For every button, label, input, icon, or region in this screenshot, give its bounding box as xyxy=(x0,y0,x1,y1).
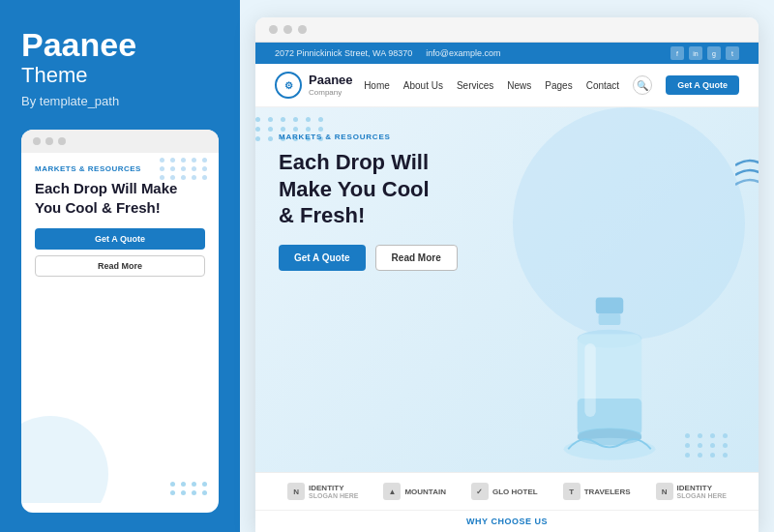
partner-icon-2: ▲ xyxy=(383,483,401,500)
hero-markets-label: MARKETS & RESOURCES xyxy=(279,133,484,141)
mobile-preview-card: MARKETS & RESOURCES Each Drop Will Make … xyxy=(21,130,219,513)
social-g-icon[interactable]: g xyxy=(707,46,721,60)
nav-links: Home About Us Services News Pages Contac… xyxy=(364,75,739,95)
logo-brand-name: Paanee xyxy=(309,74,353,87)
partner-icon-1: N xyxy=(287,483,305,500)
partner-logo-3: ✓ GLO HOTEL xyxy=(471,483,538,500)
site-logo: ⚙ Paanee Company xyxy=(275,72,353,99)
dot2 xyxy=(45,137,53,145)
partner-icon-5: N xyxy=(656,483,673,500)
mp-read-button[interactable]: Read More xyxy=(35,255,205,277)
topbar-left: 2072 Pinnickinick Street, WA 98370 info@… xyxy=(275,48,500,58)
partner-logo-1: N IDENTITYSLOGAN HERE xyxy=(287,483,358,500)
browser-dot2 xyxy=(283,25,292,34)
topbar-email: info@example.com xyxy=(426,48,500,58)
browser-topbar xyxy=(255,17,759,43)
mp-dots-bg xyxy=(160,158,209,180)
svg-rect-0 xyxy=(596,298,624,314)
dot3 xyxy=(58,137,66,145)
hero-content-left: MARKETS & RESOURCES Each Drop Will Make … xyxy=(279,127,484,472)
right-panel: 2072 Pinnickinick Street, WA 98370 info@… xyxy=(240,0,774,532)
social-in-icon[interactable]: in xyxy=(689,46,702,60)
nav-services[interactable]: Services xyxy=(457,80,493,91)
partner-logo-4: T TRAVELERS xyxy=(563,483,631,500)
hero-headline-line1: Each Drop Will xyxy=(279,150,429,174)
hero-buttons: Get A Quote Read More xyxy=(279,245,484,271)
partner-icon-3: ✓ xyxy=(471,483,489,500)
topbar-right: f in g t xyxy=(670,46,739,60)
brand-subtitle: Theme xyxy=(21,63,219,88)
why-choose-section: WHY CHOOSE US xyxy=(255,510,759,532)
social-tw-icon[interactable]: t xyxy=(726,46,739,60)
mp-dots-bottom xyxy=(170,482,209,495)
partner-logo-5: N IDENTITYSLOGAN HERE xyxy=(656,483,727,500)
logo-text-block: Paanee Company xyxy=(309,74,353,96)
brand-title: Paanee xyxy=(21,27,219,63)
hero-illustration xyxy=(484,127,735,472)
hero-quote-button[interactable]: Get A Quote xyxy=(279,245,366,271)
hero-section: MARKETS & RESOURCES Each Drop Will Make … xyxy=(255,107,759,472)
site-navbar: ⚙ Paanee Company Home About Us Services … xyxy=(255,64,759,107)
logo-brand-sub: Company xyxy=(309,88,353,97)
site-topbar: 2072 Pinnickinick Street, WA 98370 info@… xyxy=(255,43,759,64)
mp-circle-decoration xyxy=(21,416,108,503)
mp-quote-button[interactable]: Get A Quote xyxy=(35,228,205,250)
hero-dots-bottomright xyxy=(685,433,730,458)
nav-news[interactable]: News xyxy=(507,80,531,91)
social-fb-icon[interactable]: f xyxy=(670,46,684,60)
left-panel: Paanee Theme By template_path MARKETS & … xyxy=(0,0,240,532)
wave-decoration xyxy=(735,156,759,198)
browser-dot3 xyxy=(298,25,307,34)
nav-about[interactable]: About Us xyxy=(403,80,443,91)
mobile-topbar xyxy=(21,130,219,153)
browser-window: 2072 Pinnickinick Street, WA 98370 info@… xyxy=(255,17,759,532)
water-bottle-image xyxy=(547,288,672,472)
nav-pages[interactable]: Pages xyxy=(545,80,572,91)
brand-by: By template_path xyxy=(21,94,219,108)
browser-dot1 xyxy=(269,25,278,34)
partner-icon-4: T xyxy=(563,483,580,500)
hero-read-button[interactable]: Read More xyxy=(375,245,458,271)
mobile-body: MARKETS & RESOURCES Each Drop Will Make … xyxy=(21,153,219,503)
topbar-address: 2072 Pinnickinick Street, WA 98370 xyxy=(275,48,412,58)
partner-logo-2: ▲ MOUNTAIN xyxy=(383,483,446,500)
nav-home[interactable]: Home xyxy=(364,80,390,91)
logo-icon: ⚙ xyxy=(275,72,302,99)
logos-strip: N IDENTITYSLOGAN HERE ▲ MOUNTAIN ✓ GLO H… xyxy=(255,472,759,510)
mp-headline: Each Drop Will Make You Cool & Fresh! xyxy=(35,179,205,217)
search-button[interactable]: 🔍 xyxy=(633,75,652,95)
svg-rect-6 xyxy=(584,343,595,417)
dot1 xyxy=(33,137,41,145)
hero-headline-line3: & Fresh! xyxy=(279,203,365,227)
hero-headline: Each Drop Will Make You Cool & Fresh! xyxy=(279,149,484,229)
nav-quote-button[interactable]: Get A Quote xyxy=(666,75,739,95)
nav-contact[interactable]: Contact xyxy=(586,80,619,91)
hero-headline-line2: Make You Cool xyxy=(279,177,430,201)
svg-rect-1 xyxy=(599,314,621,325)
